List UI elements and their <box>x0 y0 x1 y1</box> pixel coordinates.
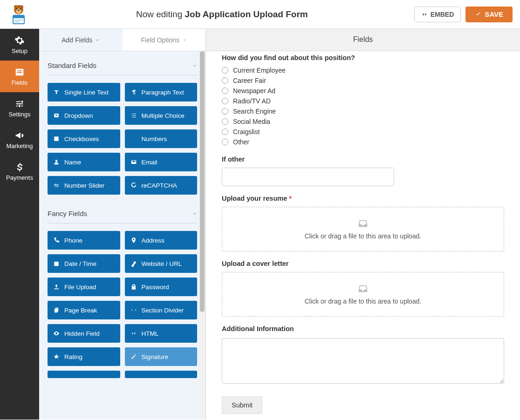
resume-upload[interactable]: Click or drag a file to this area to upl… <box>222 207 504 251</box>
svg-rect-12 <box>14 20 23 20</box>
section-head[interactable]: Fancy Fields <box>48 199 197 224</box>
field-number-slider[interactable]: Number Slider <box>48 176 120 195</box>
sidenav-item-setup[interactable]: Setup <box>0 29 39 61</box>
field-placeholder <box>125 371 198 378</box>
app-logo <box>7 3 30 26</box>
top-bar: Now editing Job Application Upload Form … <box>0 0 520 29</box>
eyeoff-icon <box>53 330 60 337</box>
code-icon <box>421 11 428 18</box>
field-recaptcha[interactable]: reCAPTCHA <box>125 176 198 195</box>
lock-icon <box>130 284 137 290</box>
field-email[interactable]: Email <box>125 153 198 171</box>
radio-option[interactable]: Newspaper Ad <box>222 86 504 96</box>
field-phone[interactable]: Phone <box>48 231 120 250</box>
chevron-down-icon <box>192 63 197 68</box>
star-icon <box>53 353 60 360</box>
form-preview: Fields How did you find out about this p… <box>206 29 520 420</box>
resume-label: Upload your resume * <box>222 195 504 202</box>
field-address[interactable]: Address <box>125 231 198 250</box>
radio-option[interactable]: Other <box>222 137 504 147</box>
field-html[interactable]: HTML <box>125 324 198 343</box>
upload-icon <box>53 284 60 290</box>
field-password[interactable]: Password <box>125 278 198 296</box>
radio-icon <box>222 67 228 74</box>
field-placeholder <box>48 371 120 378</box>
save-button[interactable]: SAVE <box>465 7 513 22</box>
pin-icon <box>130 237 137 244</box>
page-title: Now editing Job Application Upload Form <box>30 9 414 20</box>
field-dropdown[interactable]: Dropdown <box>48 106 120 125</box>
preview-header: Fields <box>206 29 520 51</box>
para-icon <box>130 89 137 95</box>
field-hidden-field[interactable]: Hidden Field <box>48 324 120 343</box>
section-head[interactable]: Standard Fields <box>48 51 197 75</box>
field-page-break[interactable]: Page Break <box>48 301 120 319</box>
radio-icon <box>222 98 228 104</box>
dollar-icon <box>14 162 25 172</box>
link-icon <box>130 260 137 267</box>
radio-option[interactable]: Search Engine <box>222 106 504 116</box>
radio-option[interactable]: Radio/TV AD <box>222 96 504 106</box>
user-icon <box>53 159 60 165</box>
field-signature[interactable]: Signature <box>125 347 198 366</box>
radio-icon <box>222 88 228 94</box>
field-name[interactable]: Name <box>48 153 120 171</box>
radio-option[interactable]: Current Employee <box>222 65 504 75</box>
sidenav-item-payments[interactable]: Payments <box>0 156 39 187</box>
sidenav-item-fields[interactable]: Fields <box>0 61 39 92</box>
arrows-icon <box>130 307 137 313</box>
text-icon <box>53 89 60 95</box>
mail-icon <box>130 159 137 165</box>
field-checkboxes[interactable]: Checkboxes <box>48 129 120 148</box>
bullhorn-icon <box>14 130 25 141</box>
svg-point-7 <box>16 8 18 9</box>
panel-scrollbar[interactable] <box>199 51 205 420</box>
upload-hint: Click or drag a file to this area to upl… <box>305 232 422 240</box>
if-other-input[interactable] <box>222 168 394 186</box>
additional-textarea[interactable] <box>222 338 504 384</box>
if-other-label: If other <box>222 156 504 163</box>
tab-add-fields[interactable]: Add Fields <box>39 29 123 51</box>
chevron-down-icon <box>192 211 197 216</box>
radio-option[interactable]: Social Media <box>222 116 504 127</box>
field-single-line-text[interactable]: Single Line Text <box>48 83 120 102</box>
submit-button[interactable]: Submit <box>222 396 262 414</box>
field-rating[interactable]: Rating <box>48 347 120 366</box>
code-icon <box>130 330 137 337</box>
sliders-icon <box>14 99 25 109</box>
radio-option[interactable]: Career Fair <box>222 75 504 86</box>
copy-icon <box>53 307 60 313</box>
caret-icon <box>53 112 60 119</box>
radio-icon <box>222 77 228 84</box>
chevron-right-icon <box>182 38 187 42</box>
side-nav: SetupFieldsSettingsMarketingPayments <box>0 29 39 420</box>
radio-icon <box>222 108 228 115</box>
svg-point-9 <box>18 9 20 11</box>
field-section-divider[interactable]: Section Divider <box>125 301 198 319</box>
field-paragraph-text[interactable]: Paragraph Text <box>125 83 198 102</box>
fields-panel: Add Fields Field Options Standard Fields… <box>39 29 206 420</box>
pen-icon <box>130 353 137 360</box>
field-multiple-choice[interactable]: Multiple Choice <box>125 106 198 125</box>
field-website-url[interactable]: Website / URL <box>125 254 198 273</box>
embed-button[interactable]: EMBED <box>414 7 461 22</box>
radio-icon <box>222 129 228 135</box>
check-icon <box>53 135 60 142</box>
sidenav-item-settings[interactable]: Settings <box>0 92 39 124</box>
field-file-upload[interactable]: File Upload <box>48 278 120 296</box>
cover-label: Upload a cover letter <box>222 260 504 267</box>
svg-point-8 <box>20 8 21 9</box>
sidenav-item-marketing[interactable]: Marketing <box>0 124 39 156</box>
list-icon <box>130 112 137 119</box>
tab-field-options[interactable]: Field Options <box>123 29 206 51</box>
additional-label: Additional Information <box>222 325 504 332</box>
radio-option[interactable]: Craigslist <box>222 127 504 137</box>
field-date-time[interactable]: Date / Time <box>48 254 120 273</box>
chevron-down-icon <box>95 38 100 42</box>
upload-hint: Click or drag a file to this area to upl… <box>305 298 422 305</box>
inbox-icon <box>357 284 369 294</box>
field-numbers[interactable]: Numbers <box>125 129 198 148</box>
phone-icon <box>53 237 60 244</box>
g-icon <box>130 182 137 189</box>
cover-upload[interactable]: Click or drag a file to this area to upl… <box>222 272 504 317</box>
